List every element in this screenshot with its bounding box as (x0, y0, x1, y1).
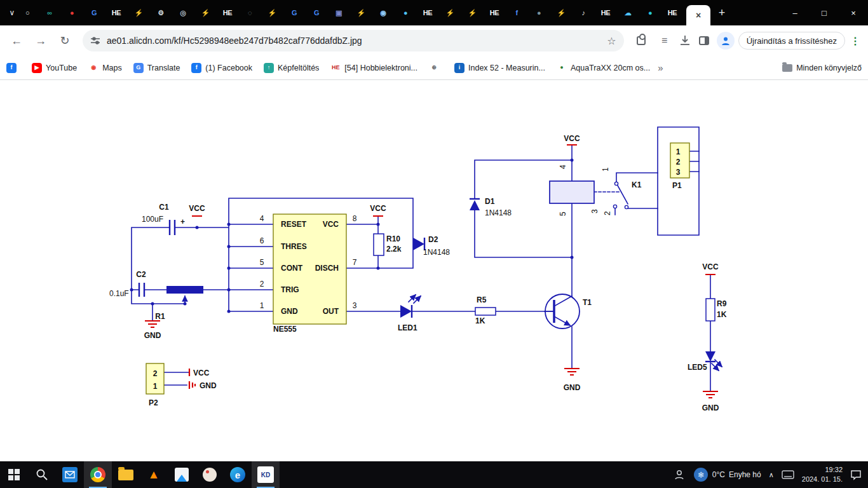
site-info-icon[interactable] (90, 36, 100, 46)
browser-tab[interactable]: HE (108, 0, 125, 25)
vlc-app-button[interactable]: ▲ (140, 461, 168, 488)
bookmark-item[interactable]: i Index 52 - Measurin... (454, 63, 545, 73)
mail-app-button[interactable] (56, 461, 84, 488)
bookmark-star-icon[interactable]: ☆ (607, 35, 616, 47)
maximize-button[interactable]: □ (810, 0, 839, 25)
close-button[interactable]: × (839, 0, 868, 25)
bookmark-item[interactable]: ↑ Képfeltöltés (264, 63, 319, 73)
d2-ref: D2 (428, 235, 438, 244)
paint-app-button[interactable] (196, 461, 224, 488)
address-bar[interactable]: ae01.alicdn.com/kf/Hc5298948eeb247d7b482… (83, 30, 624, 51)
browser-tab[interactable]: ⚡ (130, 0, 147, 25)
browser-tab[interactable]: ♪ (575, 0, 592, 25)
reading-list-icon[interactable]: ≡ (654, 30, 675, 51)
bookmark-item[interactable]: ● AquaTraXX 20cm os... (557, 63, 650, 73)
browser-tab[interactable]: ◌ (241, 0, 258, 25)
photos-app-button[interactable] (168, 461, 196, 488)
browser-tab[interactable]: ◉ (375, 0, 391, 25)
clock-widget[interactable]: 19:32 2024. 01. 15. (802, 465, 843, 485)
taskbar-search-button[interactable] (28, 461, 56, 488)
browser-tab[interactable]: ● (64, 0, 80, 25)
t1-ref: T1 (583, 298, 592, 307)
bookmark-item[interactable]: ▶ YouTube (32, 63, 77, 73)
bookmark-label: AquaTraXX 20cm os... (571, 64, 650, 72)
p1-pin-number: 3 (676, 168, 681, 177)
page-content: C1 100uF + VCC C2 0.1uF R1 GND RESET THR… (0, 80, 868, 461)
browser-tab[interactable]: ⚡ (264, 0, 280, 25)
browser-tab[interactable]: ● (397, 0, 414, 25)
browser-tab[interactable]: ⚡ (553, 0, 569, 25)
forward-button[interactable]: → (31, 30, 51, 51)
gnd-label: GND (702, 403, 719, 412)
browser-tab[interactable]: ▣ (330, 0, 347, 25)
browser-tab[interactable]: ● (531, 0, 547, 25)
window-controls: – □ × (780, 0, 868, 25)
browser-tab[interactable]: ⚡ (464, 0, 480, 25)
start-button[interactable] (0, 461, 28, 488)
browser-tab[interactable]: ○ (19, 0, 36, 25)
tab-favicon: G (92, 10, 97, 17)
browser-tab[interactable]: HE (419, 0, 436, 25)
browser-tab[interactable]: f (508, 0, 525, 25)
browser-tab[interactable]: ∞ (41, 0, 58, 25)
minimize-button[interactable]: – (780, 0, 810, 25)
menu-kebab-icon[interactable]: ⋮ (849, 35, 862, 47)
people-button[interactable] (674, 461, 686, 488)
chrome-app-button[interactable] (84, 461, 112, 488)
folder-icon (782, 64, 792, 72)
back-button[interactable]: ← (6, 30, 27, 51)
browser-tab[interactable]: ● (642, 0, 658, 25)
download-icon[interactable] (679, 34, 691, 47)
ic-pin-number: 4 (260, 214, 264, 223)
side-panel-icon[interactable] (699, 36, 709, 45)
k1-pin-number: 1 (601, 167, 610, 172)
tab-favicon: ◌ (248, 10, 252, 17)
browser-tab[interactable]: HE (219, 0, 236, 25)
browser-tab[interactable]: ⚡ (442, 0, 458, 25)
r10-resistor (374, 234, 384, 255)
c1-value: 100uF (142, 215, 163, 224)
update-button[interactable]: Újraindítás a frissítéshez (738, 32, 845, 50)
extensions-puzzle-icon[interactable] (637, 36, 646, 45)
tab-search-chevron-icon[interactable]: ∨ (5, 8, 19, 17)
browser-tab[interactable]: HE (486, 0, 503, 25)
tab-favicon: ⚡ (201, 10, 209, 17)
ic-pin-label: THRES (281, 242, 307, 251)
browser-tab[interactable]: ☁ (620, 0, 636, 25)
bookmarks-overflow-icon[interactable]: » (658, 62, 663, 73)
browser-tab[interactable]: G (86, 0, 102, 25)
windows-logo-icon (8, 469, 20, 480)
browser-tab[interactable]: ⚡ (353, 0, 369, 25)
edge-app-button[interactable]: e (224, 461, 252, 488)
touch-keyboard-button[interactable] (782, 461, 794, 488)
browser-tab[interactable]: G (286, 0, 302, 25)
browser-tab[interactable]: HE (664, 0, 681, 25)
new-tab-button[interactable]: + (713, 6, 731, 20)
browser-tab[interactable]: ⚙ (153, 0, 169, 25)
browser-tab[interactable]: ◎ (175, 0, 191, 25)
all-bookmarks-button[interactable]: Minden könyvjelző (782, 64, 862, 72)
kd-app-button[interactable]: KD (252, 461, 280, 488)
browser-tab[interactable]: ⚡ (197, 0, 214, 25)
bookmark-list: f ▶ YouTube ◉ Maps G Translate f (1) Fac… (6, 63, 650, 73)
bookmark-item[interactable]: f (1) Facebook (191, 63, 252, 73)
browser-tab[interactable]: G (308, 0, 325, 25)
tray-chevron-up-icon[interactable]: ∧ (769, 461, 774, 488)
action-center-button[interactable] (850, 461, 862, 488)
bookmark-item[interactable]: f (6, 63, 20, 73)
tab-close-icon[interactable]: × (696, 10, 701, 20)
file-explorer-button[interactable] (112, 461, 140, 488)
bookmark-item[interactable]: ⊕ (429, 63, 443, 73)
browser-tab[interactable]: HE (597, 0, 614, 25)
weather-widget[interactable]: ❄ 0°C Enyhe hó (694, 468, 761, 482)
tab-favicon: ⚡ (268, 10, 276, 17)
tab-favicon: ⚡ (468, 10, 476, 17)
active-tab[interactable]: × (686, 5, 710, 25)
vcc-label: VCC (702, 262, 719, 271)
ic-pin-label: DISCH (315, 264, 339, 273)
bookmark-item[interactable]: HE [54] Hobbielektroni... (330, 63, 417, 73)
reload-button[interactable]: ↻ (55, 30, 75, 51)
profile-avatar[interactable] (717, 32, 735, 50)
bookmark-item[interactable]: ◉ Maps (88, 63, 122, 73)
bookmark-item[interactable]: G Translate (133, 63, 180, 73)
